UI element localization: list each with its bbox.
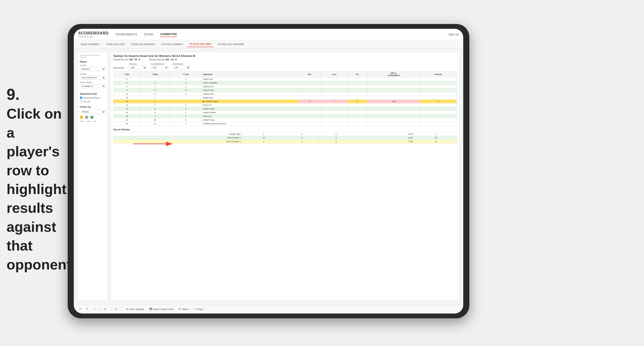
table-cell — [367, 81, 420, 85]
col-diff: Diff AvStrokes/Rnd — [367, 71, 420, 77]
out-table-row[interactable]: NCAA Division 25007.40010 — [114, 140, 457, 144]
table-row[interactable]: 1691Jessica Mason — [114, 111, 457, 115]
table-cell — [321, 77, 347, 81]
watch-button[interactable]: 👁 Watch — [177, 307, 190, 311]
gender-select[interactable]: Women's — [80, 67, 106, 71]
out-table-row[interactable]: NAIA Division 115009.26730 — [114, 136, 457, 140]
save-custom-button[interactable]: 💾 Save Custom View — [148, 307, 175, 311]
table-cell: 6 — [140, 92, 170, 96]
table-cell — [140, 77, 170, 81]
opponent-filter: Opponent (All) — [173, 63, 190, 70]
colour-level-dot — [85, 116, 88, 119]
colour-dots — [80, 116, 106, 119]
region-select[interactable]: (All) — [129, 66, 146, 70]
table-row[interactable]: 131Heejo Hyun — [114, 96, 457, 100]
table-cell: 2 — [140, 115, 170, 118]
col-reg: # Reg — [140, 71, 170, 77]
nav-committee[interactable]: COMMITTEE — [160, 32, 177, 37]
filters-row: Opponents: Region (All) Conference (All) — [113, 63, 457, 70]
table-cell — [367, 92, 420, 96]
undo-button[interactable]: ↺ — [77, 307, 83, 311]
table-row[interactable]: 613Sydney Kuo — [114, 85, 457, 89]
grid-title: Katelyn Vo Head-to-Head Grid for Women's… — [113, 54, 457, 58]
table-cell: 19 — [114, 118, 140, 122]
table-cell: 9 — [140, 111, 170, 115]
tab-player-h2h-heatmap[interactable]: PLAYER H2H HEATMAP — [215, 42, 246, 47]
out-table-row[interactable]: Foreign Team1004.5002 — [114, 132, 457, 136]
tab-team-summary[interactable]: TEAM SUMMARY — [78, 42, 102, 47]
copy-button[interactable]: ⧉ — [102, 307, 108, 311]
tab-team-h2h-grid[interactable]: TEAM H2H GRID — [104, 42, 127, 47]
col-loss: Loss — [321, 71, 347, 77]
division-select[interactable]: NCAA Division III — [80, 76, 106, 80]
out-table-cell: 9.267 — [353, 136, 415, 140]
redo-button[interactable]: ↻ — [84, 307, 90, 311]
radio-top-100[interactable]: Top 100 — [80, 100, 106, 103]
table-cell: 4 — [170, 89, 202, 92]
tab-team-h2h-heatmap[interactable]: TEAM H2H HEATMAP — [129, 42, 158, 47]
col-opponent: Opponent — [202, 71, 298, 77]
share-button[interactable]: ↗ Share — [192, 307, 205, 311]
table-cell: 0 — [347, 100, 367, 103]
watch-icon: 👁 — [178, 308, 181, 311]
table-cell — [347, 85, 367, 89]
out-table-cell: NAIA Division 1 — [114, 136, 243, 140]
nav-teams[interactable]: TEAMS — [144, 32, 154, 37]
table-cell: ▶ Jessica Huang — [202, 100, 298, 103]
player-section-title: Player — [80, 60, 106, 63]
player-rank-label: Player (Rank) — [80, 81, 106, 83]
table-row[interactable]: 1063Andrea York — [114, 92, 457, 96]
table-cell — [367, 89, 420, 92]
table-cell: 5 — [114, 81, 140, 85]
toolbar: ↺ ↻ ↩ ⧉ ↻ 👁 View: Original 💾 Save Custom… — [74, 304, 463, 314]
table-cell: Federica Domecq Lacroze — [202, 122, 298, 126]
player-rank-select[interactable]: 8. Katelyn Vo — [80, 84, 106, 88]
nav-tournaments[interactable]: TOURNAMENTS — [115, 32, 137, 37]
out-table-cell: 0 — [285, 132, 319, 136]
table-cell: -3.00 — [367, 100, 420, 103]
table-row[interactable]: 914Sharon Mun — [114, 89, 457, 92]
table-row[interactable]: 1585Stella Chong — [114, 107, 457, 111]
table-row[interactable]: 19106Emily Chang — [114, 118, 457, 122]
view-original-button[interactable]: 👁 View: Original — [124, 307, 146, 311]
table-cell: 11 — [140, 122, 170, 126]
table-cell: 6 — [114, 85, 140, 89]
table-row[interactable]: 131▶ Jessica Huang010-3.002 — [114, 100, 457, 103]
region-filter: Region (All) — [129, 63, 146, 70]
back-button[interactable]: ↩ — [92, 307, 97, 311]
colour-down-dot — [80, 116, 83, 119]
annotation-text: 9. Click on a player's row to highlight … — [6, 85, 70, 273]
table-cell — [321, 115, 347, 118]
col-div: # Div — [114, 71, 140, 77]
out-table-cell: 0 — [319, 140, 353, 144]
tab-player-summary[interactable]: PLAYER SUMMARY — [159, 42, 186, 47]
table-cell — [170, 100, 202, 103]
sep1 — [100, 307, 100, 311]
radio-opponents-played[interactable]: Opponents Played — [80, 96, 106, 99]
table-row[interactable]: 1474Eunice Yi — [114, 103, 457, 107]
out-table-cell: 0 — [319, 136, 353, 140]
refresh-button[interactable]: ↻ — [113, 307, 119, 311]
conference-select[interactable]: (All) — [151, 66, 168, 70]
colour-select[interactable]: Win/loss — [80, 110, 106, 114]
table-cell: 5 — [170, 107, 202, 111]
table-cell: 7 — [140, 103, 170, 107]
table-row[interactable]: 31Esther Lee — [114, 77, 457, 81]
tab-player-h2h-grid[interactable]: PLAYER H2H GRID — [188, 41, 214, 47]
table-cell: 6 — [170, 118, 202, 122]
table-cell: 1 — [140, 96, 170, 100]
table-cell — [367, 111, 420, 115]
logo: SCOREBOARD — [78, 31, 109, 35]
table-row[interactable]: 20117Federica Domecq Lacroze — [114, 122, 457, 126]
sub-nav: TEAM SUMMARY TEAM H2H GRID TEAM H2H HEAT… — [74, 40, 463, 48]
table-row[interactable]: 522Alexis Sudjianto — [114, 81, 457, 85]
table-cell: Emily Chang — [202, 118, 298, 122]
table-row[interactable]: 1822Euna Lee — [114, 115, 457, 118]
sign-out-button[interactable]: Sign out — [445, 33, 459, 36]
table-cell — [321, 103, 347, 107]
panel-timestamp: Last Updated: 27/03/2024 16:55:38 — [80, 54, 106, 58]
table-cell — [347, 77, 367, 81]
table-cell — [298, 115, 321, 118]
table-cell — [367, 103, 420, 107]
opponent-select[interactable]: (All) — [173, 66, 190, 70]
